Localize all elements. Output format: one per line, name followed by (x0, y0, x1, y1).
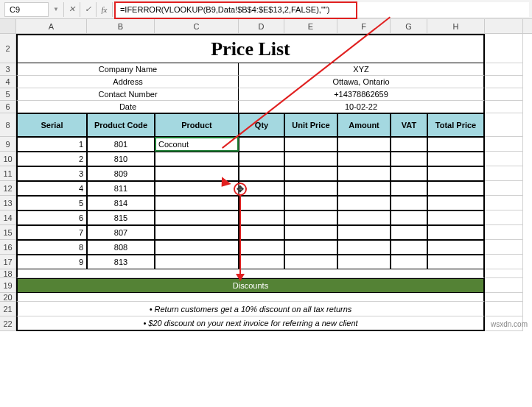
empty-cell[interactable] (485, 302, 523, 316)
cell-vat[interactable] (391, 196, 427, 210)
cell-product[interactable] (155, 196, 239, 210)
col-header-c[interactable]: C (155, 19, 239, 33)
col-header-a[interactable]: A (16, 19, 87, 33)
cell-amount[interactable] (337, 181, 391, 196)
row-number[interactable]: 3 (0, 63, 16, 76)
cell-total[interactable] (427, 255, 485, 269)
empty-cell[interactable] (485, 166, 523, 181)
row-number[interactable]: 12 (0, 181, 16, 196)
empty-cell[interactable] (485, 63, 523, 76)
empty-cell[interactable] (485, 76, 523, 88)
row-number[interactable]: 18 (0, 269, 16, 278)
cell-serial[interactable]: 4 (16, 181, 87, 196)
cell-product[interactable] (155, 255, 239, 269)
cell-amount[interactable] (337, 196, 391, 210)
cell-code[interactable]: 813 (87, 255, 155, 269)
cell-serial[interactable]: 6 (16, 210, 87, 225)
cell-serial[interactable]: 8 (16, 240, 87, 255)
empty-cell[interactable] (485, 196, 523, 210)
row-number[interactable]: 6 (0, 101, 16, 113)
cell-total[interactable] (427, 240, 485, 255)
cell-vat[interactable] (391, 255, 427, 269)
cell-vat[interactable] (391, 240, 427, 255)
cell-unit-price[interactable] (284, 210, 337, 225)
cell-unit-price[interactable] (284, 181, 337, 196)
cell-qty[interactable] (239, 152, 284, 166)
col-header-e[interactable]: E (284, 19, 337, 33)
empty-cell[interactable] (485, 293, 523, 302)
cell-product[interactable] (155, 210, 239, 225)
cell-unit-price[interactable] (284, 240, 337, 255)
cell-qty[interactable] (239, 225, 284, 240)
select-all-corner[interactable] (0, 19, 16, 33)
cell-product[interactable] (155, 240, 239, 255)
row-number[interactable]: 13 (0, 196, 16, 210)
accept-formula-icon[interactable]: ✓ (80, 2, 97, 17)
cell-serial[interactable]: 9 (16, 255, 87, 269)
empty-cell[interactable] (485, 152, 523, 166)
row-number[interactable]: 21 (0, 302, 16, 316)
row-number[interactable]: 15 (0, 225, 16, 240)
cell-total[interactable] (427, 166, 485, 181)
cell-code[interactable]: 809 (87, 166, 155, 181)
row-number[interactable]: 10 (0, 152, 16, 166)
cell-amount[interactable] (337, 240, 391, 255)
cell-vat[interactable] (391, 166, 427, 181)
cell-unit-price[interactable] (284, 152, 337, 166)
cell-unit-price[interactable] (284, 137, 337, 152)
cell-serial[interactable]: 7 (16, 225, 87, 240)
cell-code[interactable]: 815 (87, 210, 155, 225)
cell-total[interactable] (427, 210, 485, 225)
cell-product[interactable] (155, 152, 239, 166)
cell-unit-price[interactable] (284, 225, 337, 240)
cell-amount[interactable] (337, 210, 391, 225)
empty-cell[interactable] (485, 255, 523, 269)
cancel-formula-icon[interactable]: ✕ (64, 2, 80, 17)
cell-qty[interactable] (239, 137, 284, 152)
cell-code[interactable]: 811 (87, 181, 155, 196)
row-number[interactable]: 8 (0, 113, 16, 137)
cell-code[interactable]: 807 (87, 225, 155, 240)
row-number[interactable]: 17 (0, 255, 16, 269)
cell-vat[interactable] (391, 225, 427, 240)
name-box-dropdown-icon[interactable]: ▼ (52, 2, 64, 17)
cell-vat[interactable] (391, 152, 427, 166)
empty-cell[interactable] (485, 101, 523, 113)
empty-cell[interactable] (485, 278, 523, 293)
formula-input[interactable]: =IFERROR(VLOOKUP(B9,Data!$B$4:$E$13,2,FA… (116, 2, 529, 17)
cell-serial[interactable]: 3 (16, 166, 87, 181)
col-header-h[interactable]: H (427, 19, 485, 33)
cell-vat[interactable] (391, 181, 427, 196)
row-number[interactable]: 16 (0, 240, 16, 255)
cell-serial[interactable]: 2 (16, 152, 87, 166)
cell-code[interactable]: 808 (87, 240, 155, 255)
spreadsheet-grid[interactable]: 2 Price List 3 Company Name XYZ 4 Addres… (0, 34, 532, 331)
empty-cell[interactable] (485, 240, 523, 255)
row-number[interactable]: 14 (0, 210, 16, 225)
cell-qty[interactable] (239, 255, 284, 269)
row-number[interactable]: 2 (0, 34, 16, 63)
empty-cell[interactable] (485, 137, 523, 152)
col-header-d[interactable]: D (239, 19, 284, 33)
cell-total[interactable] (427, 137, 485, 152)
empty-cell[interactable] (485, 225, 523, 240)
col-header-g[interactable]: G (391, 19, 427, 33)
col-header-b[interactable]: B (87, 19, 155, 33)
cell-qty[interactable] (239, 210, 284, 225)
empty-cell[interactable] (485, 113, 523, 137)
cell-vat[interactable] (391, 137, 427, 152)
cell-code[interactable]: 814 (87, 196, 155, 210)
cell-total[interactable] (427, 181, 485, 196)
cell-qty[interactable] (239, 196, 284, 210)
cell-unit-price[interactable] (284, 196, 337, 210)
cell-qty[interactable] (239, 166, 284, 181)
empty-cell[interactable] (485, 181, 523, 196)
cell-product[interactable] (155, 166, 239, 181)
name-box[interactable]: C9 (4, 2, 49, 17)
cell-product[interactable] (155, 225, 239, 240)
cell-total[interactable] (427, 225, 485, 240)
cell-unit-price[interactable] (284, 166, 337, 181)
cell-unit-price[interactable] (284, 255, 337, 269)
cell-amount[interactable] (337, 152, 391, 166)
cell-code[interactable]: 801 (87, 137, 155, 152)
